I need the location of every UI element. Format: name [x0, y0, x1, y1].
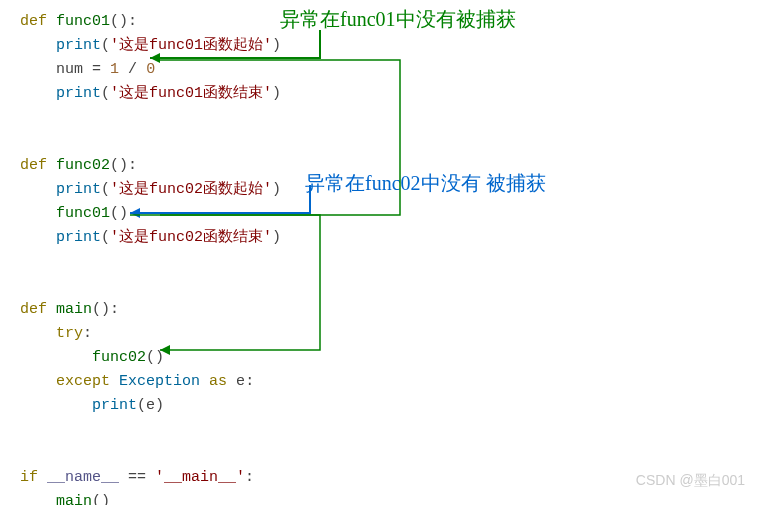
paren-close: ): [272, 229, 281, 246]
colon: :: [245, 373, 254, 390]
num-0: 0: [146, 61, 155, 78]
colon: :: [245, 469, 254, 486]
code-line: def main():: [20, 298, 745, 322]
string-literal: '__main__': [155, 469, 245, 486]
kw-except: except: [56, 373, 110, 390]
fn-print: print: [56, 181, 101, 198]
code-line: num = 1 / 0: [20, 58, 745, 82]
parens: (): [146, 349, 164, 366]
code-line: print('这是func01函数结束'): [20, 82, 745, 106]
op-eqeq: ==: [128, 469, 146, 486]
code-line: except Exception as e:: [20, 370, 745, 394]
paren-close: ): [272, 37, 281, 54]
annotation-func01: 异常在func01中没有被捕获: [280, 6, 516, 33]
kw-try: try: [56, 325, 83, 342]
fn-print: print: [56, 229, 101, 246]
colon: :: [83, 325, 92, 342]
ident-name: __name__: [47, 469, 119, 486]
paren-close: ): [272, 85, 281, 102]
blank-line: [20, 106, 745, 130]
string-literal: '这是func02函数结束': [110, 229, 272, 246]
paren-close: ): [272, 181, 281, 198]
paren-open: (: [101, 181, 110, 198]
fn-func02: func02: [56, 157, 110, 174]
blank-line: [20, 274, 745, 298]
parens: (): [92, 301, 110, 318]
ident-e: e: [146, 397, 155, 414]
num-1: 1: [110, 61, 119, 78]
colon: :: [128, 157, 137, 174]
fn-main: main: [56, 301, 92, 318]
paren-open: (: [101, 229, 110, 246]
op-div: /: [128, 61, 137, 78]
blank-line: [20, 250, 745, 274]
parens: (): [110, 13, 128, 30]
code-line: print('这是func01函数起始'): [20, 34, 745, 58]
fn-print: print: [92, 397, 137, 414]
code-line: func01(): [20, 202, 745, 226]
code-line: print(e): [20, 394, 745, 418]
blank-line: [20, 442, 745, 466]
string-literal: '这是func01函数起始': [110, 37, 272, 54]
string-literal: '这是func01函数结束': [110, 85, 272, 102]
call-main: main: [56, 493, 92, 505]
fn-print: print: [56, 85, 101, 102]
code-line: print('这是func02函数结束'): [20, 226, 745, 250]
kw-def: def: [20, 157, 47, 174]
parens: (): [92, 493, 110, 505]
colon: :: [110, 301, 119, 318]
kw-def: def: [20, 13, 47, 30]
paren-open: (: [101, 85, 110, 102]
code-line: func02(): [20, 346, 745, 370]
annotation-func02: 异常在func02中没有 被捕获: [305, 170, 546, 197]
op-eq: =: [92, 61, 101, 78]
paren-open: (: [137, 397, 146, 414]
string-literal: '这是func02函数起始': [110, 181, 272, 198]
watermark: CSDN @墨白001: [636, 472, 745, 490]
parens: (): [110, 157, 128, 174]
ident-num: num: [56, 61, 83, 78]
fn-print: print: [56, 37, 101, 54]
code-line: main(): [20, 490, 745, 505]
kw-if: if: [20, 469, 38, 486]
colon: :: [128, 13, 137, 30]
blank-line: [20, 130, 745, 154]
call-func01: func01: [56, 205, 110, 222]
cls-exception: Exception: [119, 373, 200, 390]
kw-def: def: [20, 301, 47, 318]
call-func02: func02: [92, 349, 146, 366]
kw-as: as: [209, 373, 227, 390]
blank-line: [20, 418, 745, 442]
ident-e: e: [236, 373, 245, 390]
paren-open: (: [101, 37, 110, 54]
code-line: try:: [20, 322, 745, 346]
fn-func01: func01: [56, 13, 110, 30]
paren-close: ): [155, 397, 164, 414]
parens: (): [110, 205, 128, 222]
